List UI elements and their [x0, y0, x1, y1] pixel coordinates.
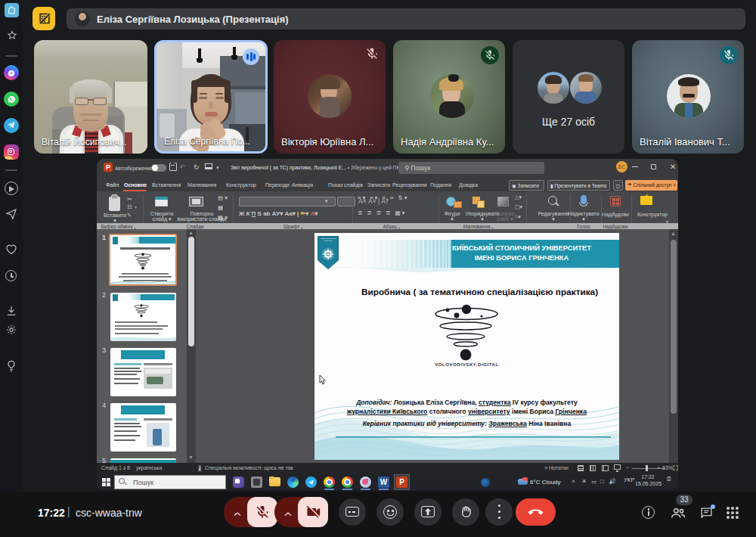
svg-text:КИЇВСЬКИЙ СТОЛИЧНИЙ: КИЇВСЬКИЙ СТОЛИЧНИЙ — [321, 237, 336, 239]
svg-text:УНІВЕРСИТЕТ: УНІВЕРСИТЕТ — [324, 241, 332, 241]
